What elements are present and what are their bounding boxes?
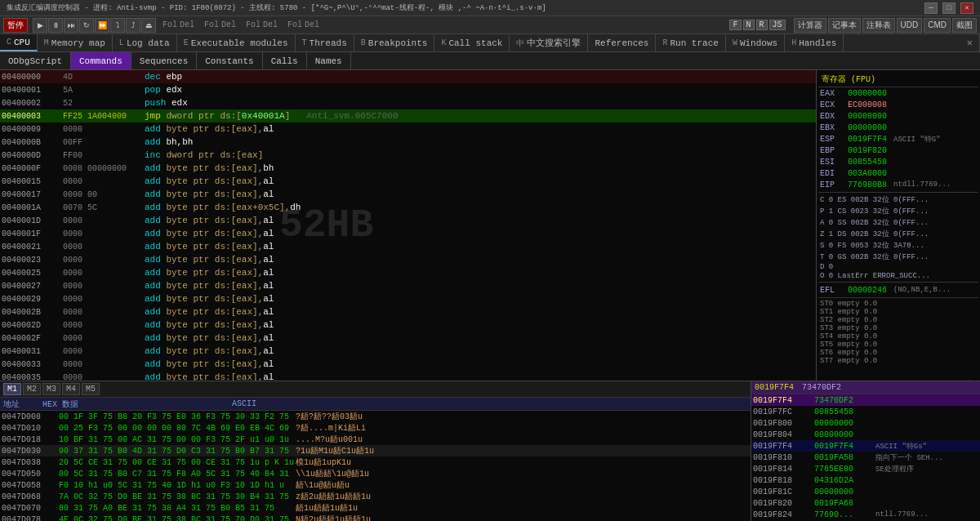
mem-tab-m1[interactable]: M1	[3, 383, 21, 395]
disasm-row-17[interactable]: 00400029 0000 add byte ptr ds:[eax],al	[0, 292, 816, 305]
stack-row-1[interactable]: 0019F7FC 00855458	[751, 406, 980, 417]
maximize-button[interactable]: □	[942, 2, 956, 14]
tab-log[interactable]: L Log data	[113, 34, 177, 51]
calculator-btn[interactable]: 计算器	[794, 18, 826, 33]
disasm-row-10[interactable]: 0040001A 0070 5C add byte ptr ds:[eax+0x…	[0, 201, 816, 214]
hex-row-3[interactable]: 0047D030 90 37 31 75 B0 4D 31 75 D0 C3 3…	[0, 445, 751, 456]
disasm-row-14[interactable]: 00400023 0000 add byte ptr ds:[eax],al	[0, 253, 816, 266]
ptab-names[interactable]: Names	[307, 52, 351, 69]
toolbar-icon-2[interactable]: ⏸	[48, 18, 63, 33]
disasm-row-9[interactable]: 00400017 0000 00 add byte ptr ds:[eax],a…	[0, 188, 816, 201]
hex-row-4[interactable]: 0047D038 20 5C CE 31 75 00 CE 31 75 00 C…	[0, 456, 751, 468]
toolbar-icon-8[interactable]: ⏏	[141, 18, 156, 33]
disasm-row-16[interactable]: 00400027 0000 add byte ptr ds:[eax],al	[0, 279, 816, 292]
breakpoints-icon: B	[361, 38, 366, 47]
tab-modules[interactable]: E Executable modules	[177, 34, 296, 51]
minimize-button[interactable]: ─	[924, 2, 938, 14]
mem-tab-m3[interactable]: M3	[42, 383, 60, 395]
hex-row-0[interactable]: 0047D008 00 1F 3F 75 B8 20 F3 75 E0 36 F…	[0, 411, 751, 422]
tab-threads[interactable]: T Threads	[296, 34, 354, 51]
disasm-row-2[interactable]: 00400002 52 push edx	[0, 96, 816, 109]
titlebar: 集成反汇编调度控制器 - 进程: Anti-svmp - PID: 1F00(8…	[0, 0, 980, 16]
tab-windows-label: Windows	[740, 38, 777, 48]
tab-memory[interactable]: M Memory map	[38, 34, 113, 51]
disasm-row-13[interactable]: 00400021 0000 add byte ptr ds:[eax],al	[0, 240, 816, 253]
disasm-row-6[interactable]: 0040000D FF00 inc dword ptr ds:[eax]	[0, 149, 816, 162]
disasm-row-3[interactable]: 00400003 FF25 1A004000 jmp dword ptr ds:…	[0, 109, 816, 122]
toolbar: 暂停 ▶ ⏸ ⏭ ↻ ⏩ ⤵ ⤴ ⏏ Fol Del Fol Del Fol D…	[0, 16, 980, 34]
disasm-row-15[interactable]: 00400025 0000 add byte ptr ds:[eax],al	[0, 266, 816, 279]
tab-close[interactable]: ✕	[960, 34, 980, 51]
disasm-row-18[interactable]: 0040002B 0000 add byte ptr ds:[eax],al	[0, 305, 816, 318]
stack-row-4[interactable]: 0019F7F4 0019F7F4 ASCII "特Gs"	[751, 440, 980, 452]
stack-row-3[interactable]: 0019F804 00000000	[751, 429, 980, 440]
flags-section: C 0 ES 002B 32位 0(FFF... P 1 CS 0023 32位…	[818, 194, 978, 280]
hex-row-1[interactable]: 0047D010 00 25 F3 75 00 00 00 00 80 7C 4…	[0, 422, 751, 434]
toolbar-icon-5[interactable]: ⏩	[95, 18, 109, 33]
toolbar-icon-6[interactable]: ⤵	[110, 18, 125, 33]
stack-row-9[interactable]: 0019F820 0019FA68	[751, 497, 980, 509]
ptab-sequences[interactable]: Sequences	[131, 52, 197, 69]
cpu-icon: C	[7, 38, 11, 47]
disasm-row-4[interactable]: 00400009 0000 add byte ptr ds:[eax],al	[0, 122, 816, 136]
tab-breakpoints[interactable]: B Breakpoints	[354, 34, 435, 51]
tab-runtrace[interactable]: R Run trace	[656, 34, 725, 51]
hex-row-8[interactable]: 0047D070 80 31 75 A0 BE 31 75 38 A4 31 7…	[0, 502, 751, 514]
disasm-row-19[interactable]: 0040002D 0000 add byte ptr ds:[eax],al	[0, 318, 816, 332]
screenshot-btn[interactable]: 截图	[952, 18, 977, 33]
disasm-row-11[interactable]: 0040001D 0000 add byte ptr ds:[eax],al	[0, 214, 816, 227]
stack-row-7[interactable]: 0019F818 04316D2A	[751, 474, 980, 486]
disasm-row-0[interactable]: 00400000 4D dec ebp	[0, 70, 816, 83]
disasm-row-23[interactable]: 00400035 0000 add byte ptr ds:[eax],al	[0, 371, 816, 381]
tab-callstack[interactable]: K Call stack	[434, 34, 510, 51]
disasm-row-21[interactable]: 00400031 0000 add byte ptr ds:[eax],al	[0, 345, 816, 358]
searchcn-icon: 中	[516, 38, 524, 49]
mem-tab-m2[interactable]: M2	[23, 383, 41, 395]
disasm-row-8[interactable]: 00400015 0000 add byte ptr ds:[eax],al	[0, 175, 816, 188]
stack-row-6[interactable]: 0019F814 7765EE80 SE处理程序	[751, 463, 980, 474]
ptab-calls[interactable]: Calls	[263, 52, 307, 69]
toolbar-icon-4[interactable]: ↻	[79, 18, 94, 33]
stack-row-2[interactable]: 0019F800 00000000	[751, 417, 980, 429]
stack-row-5[interactable]: 0019F810 0019FA58 指向下一个 SEH...	[751, 452, 980, 463]
mem-tab-m5[interactable]: M5	[82, 383, 100, 395]
tab-searchcn[interactable]: 中 中文搜索引擎	[510, 34, 588, 51]
notes-btn[interactable]: 记事本	[828, 18, 861, 33]
disasm-row-22[interactable]: 00400033 0000 add byte ptr ds:[eax],al	[0, 358, 816, 371]
hex-row-6[interactable]: 0047D058 F0 10 h1 u0 5C 31 75 40 1D h1 u…	[0, 479, 751, 491]
disassembly-panel[interactable]: 52HB 00400000 4D dec ebp 00400001 5A pop…	[0, 70, 817, 381]
disasm-row-7[interactable]: 0040000F 0008 00000000 add byte ptr ds:[…	[0, 162, 816, 175]
toolbar-icon-1[interactable]: ▶	[33, 18, 47, 33]
stack-row-0[interactable]: 0019F7F4 73470DF2	[751, 394, 980, 406]
stop-button[interactable]: 暂停	[3, 18, 28, 33]
flag-t: T 0 GS 002B 32位 0(FFF...	[820, 252, 977, 262]
hex-row-2[interactable]: 0047D018 10 BF 31 75 00 AC 31 75 00 00 F…	[0, 434, 751, 445]
ptab-constants[interactable]: Constants	[197, 52, 262, 69]
ptab-odbgscript[interactable]: ODbgScript	[0, 52, 71, 69]
stack-row-10[interactable]: 0019F824 77690... ntll.7769...	[751, 509, 980, 520]
toolbar-icon-3[interactable]: ⏭	[64, 18, 78, 33]
tab-cpu[interactable]: C CPU	[0, 34, 38, 51]
stack-panel[interactable]: 0019F7F4 73470DF2 0019F7F4 73470DF2 0019…	[751, 381, 980, 521]
stack-row-8[interactable]: 0019F81C 00000000	[751, 486, 980, 497]
reg-edi: EDI 003A0000	[818, 167, 978, 179]
tab-windows[interactable]: W Windows	[726, 34, 785, 51]
tab-references[interactable]: References	[588, 34, 656, 51]
flag-s: S 0 FS 0053 32位 3A70...	[820, 240, 977, 251]
hex-row-7[interactable]: 0047D068 7A 0C 32 75 D0 BE 31 75 38 BC 3…	[0, 491, 751, 502]
comment-btn[interactable]: 注释表	[862, 18, 895, 33]
udd-btn[interactable]: UDD	[897, 18, 923, 33]
disasm-row-1[interactable]: 00400001 5A pop edx	[0, 83, 816, 96]
hex-panel[interactable]: M1 M2 M3 M4 M5 地址 HEX 数据 ASCII 0047D008 …	[0, 381, 751, 521]
toolbar-icon-7[interactable]: ⤴	[126, 18, 140, 33]
ptab-commands[interactable]: Commands	[71, 52, 131, 69]
cmd-btn[interactable]: CMD	[924, 18, 951, 33]
disasm-row-12[interactable]: 0040001F 0000 add byte ptr ds:[eax],al	[0, 227, 816, 240]
tab-handles[interactable]: H Handles	[785, 34, 844, 51]
hex-row-5[interactable]: 0047D050 80 5C 31 75 B0 C7 31 75 F8 A0 5…	[0, 468, 751, 479]
hex-row-9[interactable]: 0047D078 4E 0C 32 75 D0 BE 31 75 38 BC 3…	[0, 514, 751, 521]
mem-tab-m4[interactable]: M4	[62, 383, 80, 395]
disasm-row-5[interactable]: 0040000B 00FF add bh,bh	[0, 136, 816, 149]
close-button[interactable]: ✕	[960, 2, 973, 14]
disasm-row-20[interactable]: 0040002F 0000 add byte ptr ds:[eax],al	[0, 332, 816, 345]
